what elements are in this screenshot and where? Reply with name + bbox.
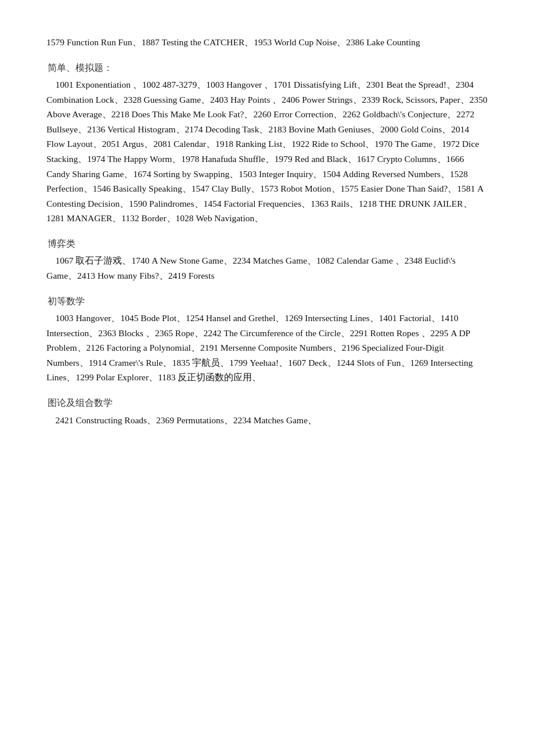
section-content-game: 1067 取石子游戏、1740 A New Stone Game、2234 Ma… [46, 253, 488, 283]
section-simple: 简单、模拟题：1001 Exponentiation 、1002 487-327… [46, 60, 488, 226]
section-content-simple: 1001 Exponentiation 、1002 487-3279、1003 … [46, 77, 488, 226]
section-graph-combo: 图论及组合数学2421 Constructing Roads、2369 Perm… [46, 395, 488, 427]
section-heading-graph-combo: 图论及组合数学 [46, 395, 488, 411]
section-heading-elementary-math: 初等数学 [46, 294, 488, 309]
section-content-elementary-math: 1003 Hangover、1045 Bode Plot、1254 Hansel… [46, 311, 488, 385]
intro-text: 1579 Function Run Fun、1887 Testing the C… [46, 35, 488, 50]
section-heading-simple: 简单、模拟题： [46, 60, 488, 75]
section-heading-game: 博弈类 [46, 236, 488, 251]
section-elementary-math: 初等数学1003 Hangover、1045 Bode Plot、1254 Ha… [46, 294, 488, 385]
section-game: 博弈类1067 取石子游戏、1740 A New Stone Game、2234… [46, 236, 488, 283]
section-content-graph-combo: 2421 Constructing Roads、2369 Permutation… [46, 413, 488, 428]
